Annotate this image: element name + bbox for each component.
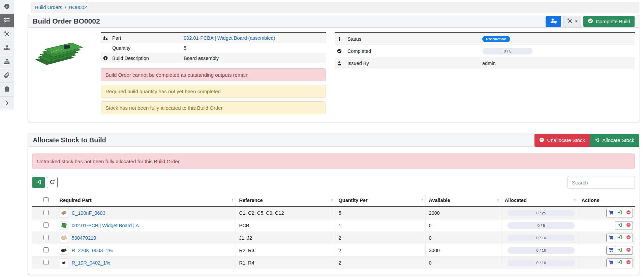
row-checkbox[interactable] [43,247,49,252]
buy-part-button[interactable] [606,246,615,255]
sidebar-item-child-builds[interactable] [0,55,14,69]
allocate-row-button[interactable] [615,246,624,255]
sidebar-item-build-outputs[interactable] [0,28,14,41]
breadcrumb-current-link[interactable]: BO0002 [69,5,87,10]
select-all-checkbox[interactable] [43,197,49,202]
sign-in-icon [36,179,41,186]
breadcrumb-separator: / [65,5,66,10]
table-row: C_100nF_0603 C1, C2, C5, C9, C12 5 2000 … [32,207,635,219]
row-checkbox[interactable] [43,210,49,215]
status-details-table: Status Production Completed 0 / 5 Issued… [335,32,635,69]
allocated-progress: 0 / 25 [508,210,575,216]
part-link[interactable]: C_100nF_0603 [72,210,105,216]
row-checkbox[interactable] [43,222,49,228]
info-circle-icon [101,56,112,61]
sidebar-item-details[interactable] [0,0,14,14]
part-link[interactable]: 530470210 [72,235,96,241]
col-quantity-per[interactable]: Quantity Per▲▼ [335,194,425,207]
part-link[interactable]: 002.01-PCBA | Widget Board (assembled) [184,35,275,41]
allocation-table: Required Part▲▼ Reference▲▼ Quantity Per… [32,194,635,269]
allocate-label: Allocate Stock [602,137,634,143]
detail-row-part: Part 002.01-PCBA | Widget Board (assembl… [101,33,326,43]
detail-label: Completed [347,48,482,54]
detail-label: Issued By [347,61,482,66]
allocate-title: Allocate Stock to Build [33,136,106,144]
minus-circle-icon [626,235,631,241]
refresh-table-button[interactable] [47,177,58,188]
part-link[interactable]: 002.01-PCB | Widget Board | A [72,223,139,228]
detail-label: Quantity [112,45,184,51]
allocate-row-button[interactable] [615,209,624,217]
table-row: 002.01-PCB | Widget Board | A PCB 1 0 0 … [32,219,635,232]
allocate-rows-button[interactable] [32,177,45,188]
allocate-row-button[interactable] [615,234,624,242]
user-shield-icon [550,18,557,25]
unallocate-label: Unallocate Stock [547,137,585,143]
quantity-per-cell: 2 [335,256,425,269]
completed-progress: 0 / 5 [482,48,533,55]
col-required-part[interactable]: Required Part▲▼ [56,194,236,207]
buy-part-button[interactable] [606,234,615,242]
refresh-icon [50,179,55,186]
part-thumbnail [60,221,68,230]
main-content: Build Orders / BO0002 Build Order BO0002… [28,0,639,275]
minus-circle-icon [626,247,631,253]
sign-in-icon [617,260,622,266]
sort-icon: ▲▼ [331,198,333,202]
quantity-per-cell: 1 [335,219,425,232]
alert-untracked-stock: Untracked stock has not been fully alloc… [32,153,635,169]
allocate-row-button[interactable] [615,258,624,267]
minus-circle-icon [626,260,631,266]
row-checkbox[interactable] [43,235,49,240]
buy-part-button[interactable] [606,209,615,217]
detail-row-status: Status Production [335,33,635,45]
issued-by-value: admin [482,61,635,66]
remove-row-button[interactable] [624,221,633,230]
available-cell: 0 [425,219,501,232]
remove-row-button[interactable] [624,246,633,255]
build-details-header: Build Order BO0002 Complete Build [28,15,639,28]
sort-icon: ▲▼ [421,198,423,202]
part-link[interactable]: R_220K_0603_1% [72,248,113,253]
allocate-stock-button[interactable]: Allocate Stock [590,134,639,147]
table-header-row: Required Part▲▼ Reference▲▼ Quantity Per… [32,194,635,207]
row-checkbox[interactable] [43,260,49,265]
quantity-per-cell: 2 [335,232,425,244]
tools-icon [4,31,10,38]
remove-row-button[interactable] [624,258,633,267]
allocate-toolbar [32,176,635,189]
buy-part-button[interactable] [606,258,615,267]
alert-outstanding-outputs: Build Order cannot be completed as outst… [101,68,326,81]
complete-build-button[interactable]: Complete Build [583,16,635,27]
tools-icon [567,18,573,25]
sidebar-item-notes[interactable] [0,83,14,97]
allocate-row-button[interactable] [615,221,624,230]
quantity-per-cell: 5 [335,207,425,219]
user-admin-button[interactable] [546,16,561,27]
chevron-down-icon [575,21,578,22]
status-badge: Production [482,36,510,42]
sidebar-item-attachments[interactable] [0,69,14,83]
sidebar-item-line-items[interactable] [0,14,14,28]
cart-icon [609,247,613,253]
part-thumbnail [60,258,68,267]
sidebar-item-allocated-stock[interactable] [0,41,14,55]
allocate-header: Allocate Stock to Build Unallocate Stock… [28,134,639,147]
part-link[interactable]: R_10R_0402_1% [72,260,110,266]
search-input[interactable] [568,176,635,189]
remove-row-button[interactable] [624,209,633,217]
col-allocated[interactable]: Allocated▲▼ [501,194,578,207]
allocated-progress: 0 / 5 [508,222,575,229]
quantity-value: 5 [184,45,326,51]
quantity-per-cell: 2 [335,244,425,256]
sign-in-icon [617,222,622,228]
reference-cell: PCB [236,219,335,232]
description-value: Board assembly [184,56,326,61]
breadcrumb-build-orders-link[interactable]: Build Orders [35,5,62,10]
remove-row-button[interactable] [624,234,633,242]
unallocate-stock-button[interactable]: Unallocate Stock [534,134,590,147]
build-actions-menu-button[interactable] [563,16,581,27]
sidebar-expand-button[interactable] [0,97,14,110]
col-available[interactable]: Available▲▼ [425,194,501,207]
col-reference[interactable]: Reference▲▼ [236,194,335,207]
